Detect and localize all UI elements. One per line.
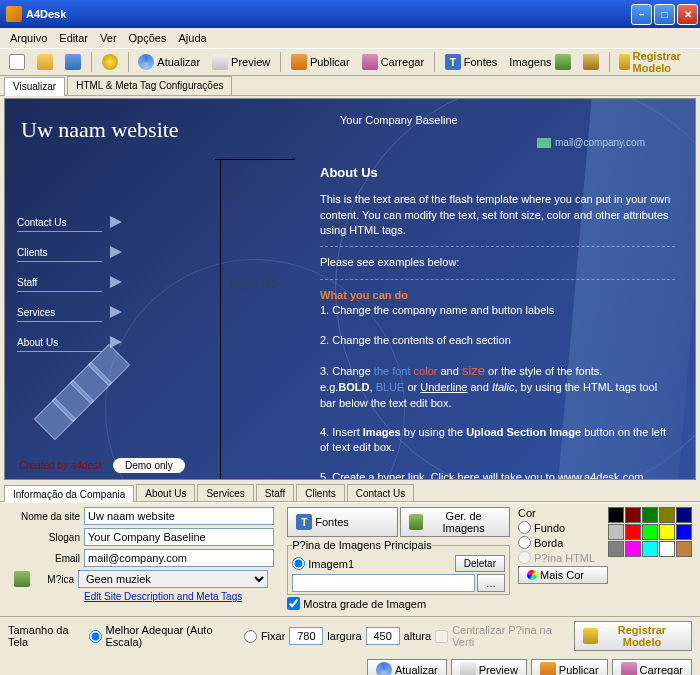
images-icon [555,54,571,70]
centralizar-label: Centralizar P?ina na Verti [452,624,566,648]
nav-about-us[interactable]: About Us [17,334,102,352]
menu-opcoes[interactable]: Opções [123,30,173,46]
color-swatch[interactable] [659,541,675,557]
nav-staff[interactable]: Staff [17,274,102,292]
ger-imagens-btn[interactable]: Ger. de Imagens [400,507,510,537]
height-ruler [220,159,221,479]
height-input[interactable] [366,627,400,645]
screensize-row: Tamanho da Tela Melhor Adequar (Auto Esc… [0,616,700,655]
minimize-button[interactable]: – [631,4,652,25]
deletar-btn[interactable]: Deletar [455,555,505,572]
mais-cor-btn[interactable]: Mais Cor [518,566,608,584]
menu-arquivo[interactable]: Arquivo [4,30,53,46]
key-icon [619,54,629,70]
footer-preview-btn[interactable]: Preview [451,659,527,675]
color-swatch[interactable] [642,524,658,540]
menu-editar[interactable]: Editar [53,30,94,46]
largura-label: largura [327,630,361,642]
upload-icon-2 [621,662,637,675]
publicar-label: Publicar [310,56,350,68]
fontes-btn[interactable]: TFontes [287,507,397,537]
tab-htmlmeta[interactable]: HTML & Meta Tag Configurações [67,76,232,95]
fontes-button[interactable]: TFontes [440,52,503,72]
carregar-button[interactable]: Carregar [357,52,429,72]
color-swatch[interactable] [659,524,675,540]
click-here-link[interactable]: Click here [431,471,480,480]
tab-about-us[interactable]: About Us [136,484,195,501]
tab-visualizar[interactable]: Visualizar [4,77,65,96]
pagina-html-label: P?ina HTML [534,552,595,564]
fundo-radio[interactable] [518,521,531,534]
slogan-input[interactable] [84,528,274,546]
edit-meta-link[interactable]: Edit Site Description and Meta Tags [84,591,279,602]
imagem1-radio[interactable] [292,557,305,570]
color-swatch[interactable] [608,541,624,557]
color-swatch[interactable] [608,507,624,523]
tab-staff[interactable]: Staff [256,484,294,501]
fontes-label: Fontes [464,56,498,68]
publicar-button[interactable]: Publicar [286,52,355,72]
bulb-icon [102,54,118,70]
window-title: A4Desk [26,8,66,20]
footer-atualizar-btn[interactable]: Atualizar [367,659,447,675]
width-ruler [215,159,295,160]
save-button[interactable] [60,52,86,72]
images-icon-2 [409,514,424,530]
li1: 1. Change the company name and button la… [320,303,675,318]
refresh-icon-2 [376,662,392,675]
image-path-input[interactable] [292,574,475,592]
menu-ajuda[interactable]: Ajuda [172,30,212,46]
color-swatch[interactable] [676,541,692,557]
registrar-button[interactable]: Registrar Modelo [614,48,696,76]
publish-icon-2 [540,662,556,675]
tamanho-label: Tamanho da Tela [8,624,85,648]
tab-services[interactable]: Services [197,484,253,501]
nav-clients[interactable]: Clients [17,244,102,262]
color-swatch[interactable] [642,507,658,523]
color-swatch[interactable] [676,524,692,540]
color-swatch[interactable] [625,524,641,540]
menu-ver[interactable]: Ver [94,30,123,46]
height-label: height:450 [230,279,277,290]
close-button[interactable]: ✕ [677,4,698,25]
atualizar-button[interactable]: Atualizar [133,52,205,72]
company-baseline: Your Company Baseline [340,114,458,126]
maximize-button[interactable]: □ [654,4,675,25]
color-swatch[interactable] [676,507,692,523]
width-input[interactable] [289,627,323,645]
pagina-html-radio [518,551,531,564]
tab-info-compania[interactable]: Informação da Compania [4,485,134,502]
preview-label: Preview [231,56,270,68]
imagens-button[interactable]: Imagens [504,52,575,72]
color-swatch[interactable] [608,524,624,540]
hint-button[interactable] [97,52,123,72]
footer-carregar-btn[interactable]: Carregar [612,659,692,675]
fixar-radio[interactable] [244,630,257,643]
nav-contact-us[interactable]: Contact Us [17,214,102,232]
extra-button[interactable] [578,52,604,72]
musica-label: M?ica [34,574,74,585]
top-tabstrip: Visualizar HTML & Meta Tag Configurações [0,76,700,96]
email-input[interactable] [84,549,274,567]
color-swatch[interactable] [625,507,641,523]
color-swatch[interactable] [625,541,641,557]
tab-contact-us[interactable]: Contact Us [347,484,414,501]
open-button[interactable] [32,52,58,72]
footer-publicar-btn[interactable]: Publicar [531,659,608,675]
tab-clients[interactable]: Clients [296,484,345,501]
preview-button[interactable]: Preview [207,52,275,72]
new-button[interactable] [4,52,30,72]
app-icon [6,6,22,22]
registrar-modelo-btn[interactable]: Registrar Modelo [574,621,692,651]
registrar-label: Registrar Modelo [633,50,691,74]
mostra-grade-checkbox[interactable] [287,597,300,610]
musica-select[interactable]: Geen muziek [78,570,268,588]
nome-input[interactable] [84,507,274,525]
color-swatch[interactable] [642,541,658,557]
browse-btn[interactable]: … [477,574,505,592]
auto-escala-radio[interactable] [89,630,102,643]
nav-services[interactable]: Services [17,304,102,322]
borda-radio[interactable] [518,536,531,549]
top-email[interactable]: mail@company.com [537,137,645,148]
color-swatch[interactable] [659,507,675,523]
